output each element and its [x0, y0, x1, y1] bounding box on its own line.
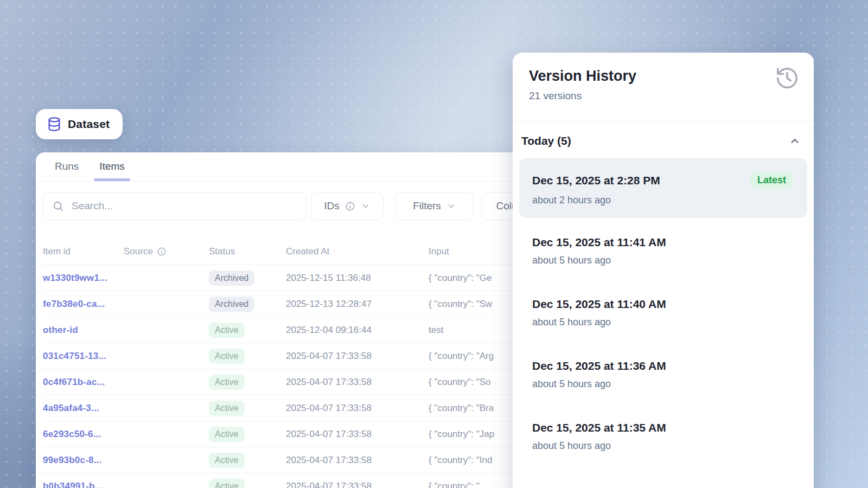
dataset-badge-label: Dataset	[68, 118, 110, 131]
version-entry-header: Dec 15, 2025 at 11:35 AM	[532, 421, 793, 434]
ids-dropdown-label: IDs	[324, 200, 340, 212]
version-entry-header: Dec 15, 2025 at 11:41 AM	[532, 236, 793, 249]
status-badge: Active	[209, 401, 245, 416]
version-entry[interactable]: Dec 15, 2025 at 11:41 AMabout 5 hours ag…	[519, 222, 807, 284]
database-icon	[47, 116, 62, 132]
info-icon	[345, 201, 355, 211]
version-entry-header: Dec 15, 2025 at 11:36 AM	[532, 359, 793, 373]
version-entry[interactable]: Dec 15, 2025 at 2:28 PMLatestabout 2 hou…	[519, 158, 807, 218]
status-cell: Active	[209, 427, 286, 442]
item-id-link[interactable]: fe7b38e0-ca...	[43, 299, 124, 310]
version-group-today[interactable]: Today (5)	[513, 120, 814, 147]
table-row[interactable]: b0b34991-b...Active2025-04-07 17:33:58{ …	[43, 473, 584, 488]
table-row[interactable]: 99e93b0c-8...Active2025-04-07 17:33:58{ …	[43, 447, 584, 473]
created-at-cell: 2025-04-07 17:33:58	[286, 351, 429, 362]
version-relative-time: about 2 hours ago	[532, 195, 793, 206]
created-at-cell: 2025-04-07 17:33:58	[286, 455, 429, 466]
search-box[interactable]	[43, 192, 307, 220]
filters-button-label: Filters	[413, 200, 441, 212]
created-at-cell: 2025-04-07 17:33:58	[286, 403, 429, 414]
status-cell: Active	[209, 375, 286, 390]
status-cell: Active	[209, 323, 286, 338]
status-badge: Active	[209, 427, 245, 442]
toolbar: IDs Filters Columns	[43, 192, 584, 220]
column-header-created-at[interactable]: Created At	[286, 246, 429, 257]
status-badge: Active	[209, 453, 245, 468]
version-history-title: Version History	[529, 68, 800, 85]
created-at-cell: 2025-04-07 17:33:58	[286, 377, 429, 388]
status-badge: Archived	[209, 297, 254, 312]
item-id-link[interactable]: 4a95afa4-3...	[43, 403, 124, 414]
version-relative-time: about 5 hours ago	[532, 440, 793, 452]
tab-runs[interactable]: Runs	[49, 153, 84, 181]
table-row[interactable]: 4a95afa4-3...Active2025-04-07 17:33:58{ …	[43, 395, 584, 421]
status-badge: Active	[209, 479, 245, 488]
version-entry[interactable]: Dec 15, 2025 at 11:40 AMabout 5 hours ag…	[519, 284, 807, 346]
item-id-link[interactable]: 0c4f671b-ac...	[43, 377, 124, 388]
search-input[interactable]	[72, 200, 297, 212]
table-row[interactable]: fe7b38e0-ca...Archived2025-12-13 12:28:4…	[43, 291, 584, 317]
version-relative-time: about 5 hours ago	[532, 255, 793, 266]
status-cell: Archived	[209, 297, 286, 312]
history-icon	[775, 66, 800, 91]
tab-items[interactable]: Items	[94, 153, 130, 181]
version-date: Dec 15, 2025 at 11:41 AM	[532, 236, 666, 249]
created-at-cell: 2025-12-13 12:28:47	[286, 299, 429, 310]
column-header-item-id[interactable]: Item id	[43, 246, 124, 257]
status-cell: Active	[209, 349, 286, 364]
column-header-source[interactable]: Source	[124, 246, 209, 257]
version-entry[interactable]: Dec 15, 2025 at 11:35 AMabout 5 hours ag…	[519, 408, 807, 470]
filters-button[interactable]: Filters	[395, 192, 474, 220]
ids-dropdown[interactable]: IDs	[311, 192, 384, 220]
version-date: Dec 15, 2025 at 11:36 AM	[532, 359, 666, 373]
status-cell: Archived	[209, 271, 286, 286]
version-history-panel: Version History 21 versions Today (5) De…	[513, 53, 814, 488]
item-id-link[interactable]: w1330t9ww1...	[43, 273, 124, 284]
version-date: Dec 15, 2025 at 11:35 AM	[532, 421, 666, 434]
created-at-cell: 2025-12-04 09:16:44	[286, 325, 429, 336]
version-entry-header: Dec 15, 2025 at 2:28 PMLatest	[532, 172, 793, 189]
latest-badge: Latest	[750, 172, 793, 189]
version-list: Dec 15, 2025 at 2:28 PMLatestabout 2 hou…	[513, 147, 814, 470]
search-icon	[52, 200, 64, 212]
item-id-link[interactable]: 031c4751-13...	[43, 351, 124, 362]
item-id-link[interactable]: other-id	[43, 325, 124, 336]
item-id-link[interactable]: b0b34991-b...	[43, 481, 124, 488]
version-date: Dec 15, 2025 at 11:40 AM	[532, 298, 666, 311]
table-row[interactable]: 0c4f671b-ac...Active2025-04-07 17:33:58{…	[43, 369, 584, 395]
chevron-down-icon	[446, 201, 456, 211]
status-badge: Active	[209, 349, 245, 364]
table-header-row: Item id Source Status Created At Input	[43, 239, 584, 265]
version-entry-header: Dec 15, 2025 at 11:40 AM	[532, 298, 793, 311]
table-row[interactable]: w1330t9ww1...Archived2025-12-15 11:36:48…	[43, 265, 584, 291]
status-badge: Active	[209, 323, 245, 338]
chevron-down-icon	[361, 201, 371, 211]
table-row[interactable]: 6e293c50-6...Active2025-04-07 17:33:58{ …	[43, 421, 584, 447]
version-count: 21 versions	[529, 90, 800, 102]
version-group-label: Today (5)	[521, 134, 571, 147]
version-history-header: Version History 21 versions	[513, 53, 814, 102]
dataset-panel: Runs Items IDs Filters	[36, 152, 584, 488]
table-row[interactable]: other-idActive2025-12-04 09:16:44test	[43, 317, 584, 343]
chevron-up-icon	[789, 135, 801, 147]
version-entry[interactable]: Dec 15, 2025 at 11:36 AMabout 5 hours ag…	[519, 346, 807, 408]
status-cell: Active	[209, 401, 286, 416]
created-at-cell: 2025-04-07 17:33:58	[286, 481, 429, 488]
version-relative-time: about 5 hours ago	[532, 317, 793, 328]
status-badge: Active	[209, 375, 245, 390]
dataset-badge[interactable]: Dataset	[36, 109, 123, 139]
version-date: Dec 15, 2025 at 2:28 PM	[532, 174, 660, 187]
items-table: Item id Source Status Created At Input w…	[43, 239, 584, 488]
status-badge: Archived	[209, 271, 254, 286]
status-cell: Active	[209, 479, 286, 488]
tabbar: Runs Items	[36, 152, 584, 182]
status-cell: Active	[209, 453, 286, 468]
created-at-cell: 2025-04-07 17:33:58	[286, 429, 429, 440]
created-at-cell: 2025-12-15 11:36:48	[286, 273, 429, 284]
table-row[interactable]: 031c4751-13...Active2025-04-07 17:33:58{…	[43, 343, 584, 369]
column-header-status[interactable]: Status	[209, 246, 286, 257]
table-body: w1330t9ww1...Archived2025-12-15 11:36:48…	[43, 265, 584, 488]
info-icon	[157, 247, 167, 256]
item-id-link[interactable]: 6e293c50-6...	[43, 429, 124, 440]
item-id-link[interactable]: 99e93b0c-8...	[43, 455, 124, 466]
